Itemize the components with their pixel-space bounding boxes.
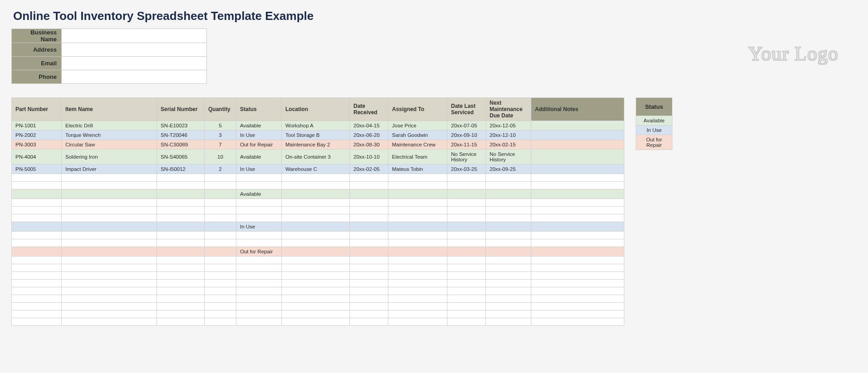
cell-date-last-serviced[interactable]: No Service History <box>447 150 486 165</box>
cell-assigned-to[interactable]: Mateus Tobin <box>388 165 447 174</box>
cell-part-number[interactable] <box>12 318 62 326</box>
cell-notes[interactable] <box>531 140 624 150</box>
cell-next-maintenance[interactable]: No Service History <box>486 150 531 165</box>
cell-item-name[interactable] <box>62 287 157 295</box>
cell-quantity[interactable] <box>205 214 236 222</box>
cell-date-last-serviced[interactable]: 20xx-11-15 <box>447 140 486 150</box>
cell-date-last-serviced[interactable] <box>447 295 486 303</box>
cell-location[interactable] <box>282 199 350 207</box>
cell-quantity[interactable] <box>205 222 236 232</box>
cell-date-last-serviced[interactable] <box>447 222 486 232</box>
cell-assigned-to[interactable] <box>388 287 447 295</box>
cell-date-received[interactable] <box>350 287 388 295</box>
cell-next-maintenance[interactable]: 20xx-12-05 <box>486 121 531 131</box>
cell-item-name[interactable] <box>62 280 157 287</box>
cell-quantity[interactable] <box>205 318 236 326</box>
cell-location[interactable] <box>282 182 350 189</box>
cell-next-maintenance[interactable]: 20xx-09-25 <box>486 165 531 174</box>
biz-address-field[interactable] <box>62 43 207 57</box>
cell-part-number[interactable] <box>12 264 62 272</box>
cell-quantity[interactable] <box>205 264 236 272</box>
cell-date-last-serviced[interactable] <box>447 214 486 222</box>
cell-date-last-serviced[interactable] <box>447 287 486 295</box>
cell-notes[interactable] <box>531 199 624 207</box>
cell-notes[interactable] <box>531 239 624 247</box>
cell-assigned-to[interactable] <box>388 207 447 214</box>
cell-serial-number[interactable] <box>157 280 205 287</box>
cell-next-maintenance[interactable] <box>486 257 531 264</box>
cell-assigned-to[interactable] <box>388 214 447 222</box>
cell-date-last-serviced[interactable]: 20xx-07-05 <box>447 121 486 131</box>
cell-location[interactable]: Maintenance Bay 2 <box>282 140 350 150</box>
cell-notes[interactable] <box>531 207 624 214</box>
table-row[interactable] <box>12 272 624 280</box>
cell-serial-number[interactable] <box>157 189 205 199</box>
cell-next-maintenance[interactable] <box>486 222 531 232</box>
cell-next-maintenance[interactable] <box>486 287 531 295</box>
cell-quantity[interactable]: 10 <box>205 150 236 165</box>
cell-part-number[interactable] <box>12 303 62 310</box>
cell-notes[interactable] <box>531 174 624 182</box>
cell-serial-number[interactable] <box>157 214 205 222</box>
biz-name-field[interactable] <box>62 29 207 43</box>
cell-date-received[interactable] <box>350 310 388 318</box>
cell-status[interactable] <box>236 318 282 326</box>
cell-quantity[interactable] <box>205 295 236 303</box>
cell-notes[interactable] <box>531 280 624 287</box>
cell-date-received[interactable] <box>350 214 388 222</box>
cell-status[interactable] <box>236 239 282 247</box>
cell-item-name[interactable] <box>62 272 157 280</box>
cell-part-number[interactable] <box>12 287 62 295</box>
cell-assigned-to[interactable] <box>388 189 447 199</box>
cell-status[interactable] <box>236 232 282 239</box>
cell-status[interactable] <box>236 257 282 264</box>
cell-item-name[interactable] <box>62 318 157 326</box>
cell-serial-number[interactable]: SN-E10023 <box>157 121 205 131</box>
cell-location[interactable] <box>282 174 350 182</box>
cell-assigned-to[interactable] <box>388 280 447 287</box>
cell-location[interactable] <box>282 287 350 295</box>
cell-next-maintenance[interactable]: 20xx-12-10 <box>486 131 531 140</box>
cell-notes[interactable] <box>531 247 624 257</box>
cell-serial-number[interactable] <box>157 222 205 232</box>
cell-item-name[interactable] <box>62 232 157 239</box>
cell-date-received[interactable] <box>350 222 388 232</box>
cell-location[interactable] <box>282 257 350 264</box>
cell-quantity[interactable] <box>205 232 236 239</box>
cell-serial-number[interactable] <box>157 303 205 310</box>
biz-email-field[interactable] <box>62 57 207 70</box>
cell-date-received[interactable] <box>350 199 388 207</box>
cell-next-maintenance[interactable]: 20xx-02-15 <box>486 140 531 150</box>
cell-assigned-to[interactable]: Maintenance Crew <box>388 140 447 150</box>
table-row[interactable]: PN-4004Soldering IronSN-S4006510Availabl… <box>12 150 624 165</box>
cell-status[interactable] <box>236 272 282 280</box>
cell-serial-number[interactable] <box>157 257 205 264</box>
cell-notes[interactable] <box>531 295 624 303</box>
cell-location[interactable] <box>282 247 350 257</box>
cell-part-number[interactable]: PN-4004 <box>12 150 62 165</box>
cell-item-name[interactable]: Torque Wrench <box>62 131 157 140</box>
cell-next-maintenance[interactable] <box>486 318 531 326</box>
cell-status[interactable] <box>236 207 282 214</box>
cell-notes[interactable] <box>531 287 624 295</box>
cell-quantity[interactable] <box>205 182 236 189</box>
cell-quantity[interactable] <box>205 257 236 264</box>
cell-location[interactable]: Tool Storage B <box>282 131 350 140</box>
cell-quantity[interactable] <box>205 280 236 287</box>
table-row[interactable] <box>12 295 624 303</box>
table-row[interactable] <box>12 182 624 189</box>
cell-date-received[interactable] <box>350 280 388 287</box>
cell-serial-number[interactable]: SN-C30089 <box>157 140 205 150</box>
cell-serial-number[interactable] <box>157 295 205 303</box>
cell-item-name[interactable] <box>62 247 157 257</box>
cell-date-last-serviced[interactable] <box>447 264 486 272</box>
cell-item-name[interactable] <box>62 239 157 247</box>
cell-part-number[interactable] <box>12 232 62 239</box>
cell-notes[interactable] <box>531 310 624 318</box>
table-row[interactable]: PN-5005Impact DriverSN-I500122In UseWare… <box>12 165 624 174</box>
cell-date-received[interactable]: 20xx-08-30 <box>350 140 388 150</box>
table-row[interactable] <box>12 257 624 264</box>
cell-quantity[interactable] <box>205 287 236 295</box>
cell-status[interactable] <box>236 182 282 189</box>
table-row[interactable] <box>12 287 624 295</box>
